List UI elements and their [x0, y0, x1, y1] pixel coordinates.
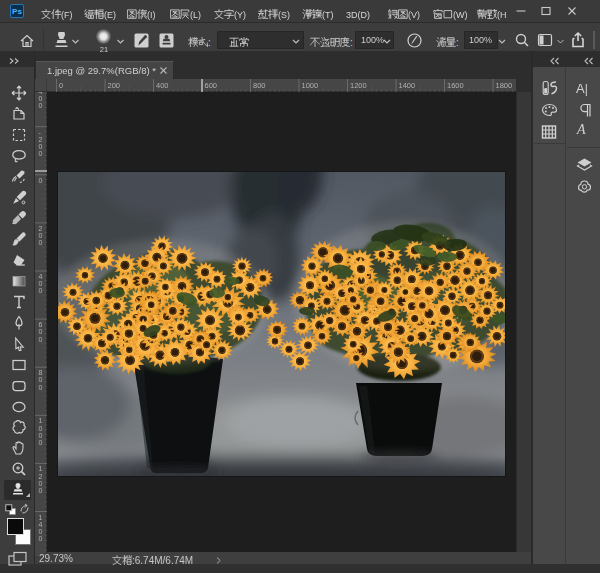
svg-text:0: 0	[39, 287, 43, 294]
svg-text:1000: 1000	[302, 81, 319, 90]
svg-text:0: 0	[39, 535, 43, 542]
svg-text:0: 0	[39, 432, 43, 439]
svg-text:0: 0	[39, 239, 43, 246]
svg-text:2: 2	[39, 473, 43, 480]
svg-text:8: 8	[39, 369, 43, 376]
svg-text:0: 0	[39, 528, 43, 535]
svg-text:2: 2	[39, 136, 43, 143]
svg-text:4: 4	[39, 273, 43, 280]
svg-text:0: 0	[39, 150, 43, 157]
svg-text:0: 0	[39, 102, 43, 109]
svg-text:400: 400	[156, 81, 169, 90]
svg-text:4: 4	[39, 521, 43, 528]
svg-text:1200: 1200	[350, 81, 367, 90]
svg-text:0: 0	[39, 232, 43, 239]
svg-text:0: 0	[39, 384, 43, 391]
svg-text:0: 0	[39, 143, 43, 150]
svg-text:0: 0	[39, 95, 43, 102]
svg-text:0: 0	[39, 439, 43, 446]
svg-text:800: 800	[253, 81, 266, 90]
svg-text:1: 1	[39, 514, 43, 521]
svg-text:0: 0	[39, 425, 43, 432]
svg-text:0: 0	[39, 376, 43, 383]
svg-text:1600: 1600	[447, 81, 464, 90]
svg-text:600: 600	[205, 81, 218, 90]
svg-text:0: 0	[39, 280, 43, 287]
svg-text:200: 200	[108, 81, 121, 90]
svg-text:0: 0	[39, 480, 43, 487]
svg-text:0: 0	[39, 336, 43, 343]
svg-text:0: 0	[59, 81, 63, 90]
svg-text:1400: 1400	[399, 81, 416, 90]
svg-text:1800: 1800	[496, 81, 513, 90]
svg-text:0: 0	[39, 487, 43, 494]
svg-text:1: 1	[39, 465, 43, 472]
svg-text:1: 1	[39, 417, 43, 424]
svg-text:2: 2	[39, 225, 43, 232]
svg-text:0: 0	[39, 177, 43, 184]
svg-text:6: 6	[39, 321, 43, 328]
svg-text:0: 0	[39, 328, 43, 335]
